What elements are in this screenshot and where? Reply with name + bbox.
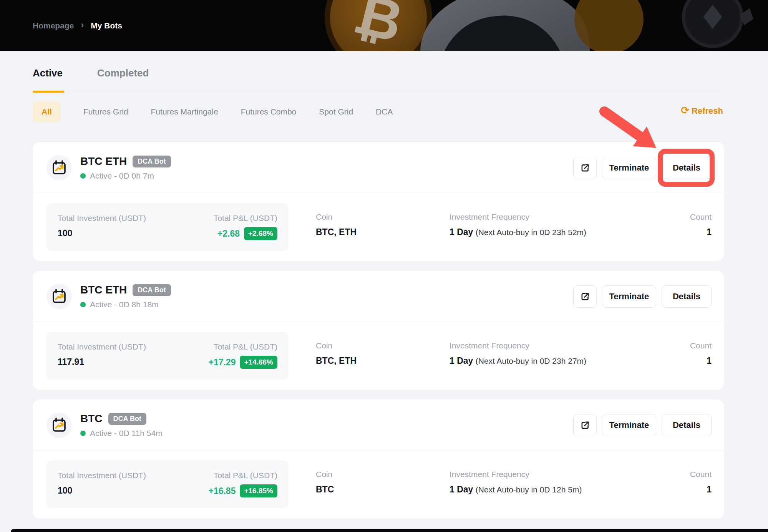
bot-type-badge: DCA Bot (133, 284, 171, 296)
breadcrumb-my-bots: My Bots (91, 21, 122, 30)
active-status-dot (80, 431, 86, 436)
investment-value: 100 (58, 486, 146, 496)
filter-all[interactable]: All (33, 101, 61, 122)
terminate-button[interactable]: Terminate (602, 414, 656, 436)
active-status-dot (80, 173, 86, 179)
count-label: Count (690, 212, 712, 222)
bot-identity: BTC ETH DCA Bot Active - 0D 0h 7m (46, 155, 171, 181)
investment-value: 100 (58, 228, 146, 239)
details-button[interactable]: Details (662, 414, 712, 436)
pnl-value: +17.29 (208, 357, 236, 368)
bitcoin-coin-illustration: ₿ (325, 0, 432, 51)
breadcrumb: Homepage › My Bots (33, 0, 122, 51)
filter-dca[interactable]: DCA (376, 107, 393, 116)
frequency-value: 1 Day (450, 227, 473, 237)
coin-value: BTC (316, 484, 334, 495)
bot-name: BTC ETH (80, 284, 127, 296)
bot-card-body: Total Investment (USDT) 117.91 Total P&L… (33, 322, 724, 390)
bot-card: BTC ETH DCA Bot Active - 0D 0h 7m Termin… (33, 142, 724, 261)
bot-name: BTC (80, 413, 103, 425)
calendar-trend-icon (51, 417, 68, 434)
filter-futures-martingale[interactable]: Futures Martingale (151, 107, 218, 116)
open-external-button[interactable] (573, 414, 597, 436)
frequency-value: 1 Day (450, 356, 473, 366)
filter-futures-combo[interactable]: Futures Combo (241, 107, 297, 116)
refresh-label: Refresh (692, 106, 723, 116)
chevron-right-icon: › (81, 20, 84, 30)
filter-futures-grid[interactable]: Futures Grid (83, 107, 128, 116)
count-value: 1 (690, 356, 712, 366)
bot-card-header: BTC DCA Bot Active - 0D 11h 54m Terminat… (33, 399, 724, 451)
open-external-button[interactable] (573, 157, 597, 179)
tab-active[interactable]: Active (33, 67, 63, 92)
details-button[interactable]: Details (662, 285, 712, 308)
investment-value: 117.91 (58, 357, 146, 367)
tab-bar: Active Completed (33, 67, 724, 92)
dca-bot-avatar (46, 284, 72, 309)
count-value: 1 (690, 227, 712, 237)
bot-type-badge: DCA Bot (108, 413, 146, 425)
coin-value: BTC, ETH (316, 227, 357, 237)
count-label: Count (690, 341, 712, 350)
bot-actions: Terminate Details (573, 157, 712, 179)
investment-label: Total Investment (USDT) (58, 342, 146, 351)
pnl-label: Total P&L (USDT) (214, 214, 277, 223)
frequency-label: Investment Frequency (450, 212, 586, 222)
robot-illustration (415, 0, 596, 51)
bot-name: BTC ETH (80, 155, 127, 167)
coin-label: Coin (316, 341, 357, 350)
investment-pnl-panel: Total Investment (USDT) 100 Total P&L (U… (46, 203, 289, 251)
terminate-button[interactable]: Terminate (602, 157, 656, 179)
external-link-icon (580, 292, 590, 302)
frequency-note: (Next Auto-buy in 0D 23h 27m) (476, 356, 586, 365)
open-external-button[interactable] (573, 285, 597, 308)
top-banner: ₿ ♦ ♦ Homepage › My Bots (0, 0, 768, 51)
frequency-label: Investment Frequency (450, 470, 582, 479)
pnl-value: +16.85 (208, 486, 236, 496)
frequency-note: (Next Auto-buy in 0D 23h 52m) (476, 228, 586, 237)
investment-label: Total Investment (USDT) (58, 214, 146, 223)
dca-bot-avatar (46, 155, 72, 181)
details-button[interactable]: Details (662, 157, 712, 179)
bot-card: BTC DCA Bot Active - 0D 11h 54m Terminat… (33, 399, 724, 519)
count-value: 1 (690, 484, 712, 495)
tab-completed[interactable]: Completed (97, 67, 149, 92)
coin-illustration (574, 0, 644, 51)
frequency-value: 1 Day (450, 484, 473, 494)
bot-type-badge: DCA Bot (133, 156, 171, 167)
bot-card-header: BTC ETH DCA Bot Active - 0D 8h 18m Termi… (33, 271, 724, 322)
breadcrumb-homepage[interactable]: Homepage (33, 21, 74, 30)
bot-card: BTC ETH DCA Bot Active - 0D 8h 18m Termi… (33, 271, 724, 390)
bot-identity: BTC ETH DCA Bot Active - 0D 8h 18m (46, 284, 171, 309)
external-link-icon (580, 420, 590, 430)
terminate-button[interactable]: Terminate (602, 285, 656, 308)
ethereum-icon: ♦ (698, 0, 727, 36)
bot-card-body: Total Investment (USDT) 100 Total P&L (U… (33, 193, 724, 261)
external-link-icon (580, 163, 590, 173)
dca-bot-avatar (46, 413, 72, 438)
investment-label: Total Investment (USDT) (58, 471, 146, 480)
filter-spot-grid[interactable]: Spot Grid (319, 107, 353, 116)
coin-value: BTC, ETH (316, 356, 357, 366)
bot-status: Active - 0D 11h 54m (90, 429, 163, 438)
bot-card-body: Total Investment (USDT) 100 Total P&L (U… (33, 451, 724, 519)
calendar-trend-icon (51, 159, 68, 176)
active-status-dot (80, 302, 86, 307)
bot-actions: Terminate Details (573, 285, 712, 308)
pnl-percent-badge: +14.66% (240, 356, 277, 369)
refresh-icon: ⟳ (681, 104, 689, 116)
bot-status: Active - 0D 8h 18m (90, 300, 159, 309)
investment-pnl-panel: Total Investment (USDT) 117.91 Total P&L… (46, 332, 289, 380)
frequency-note: (Next Auto-buy in 0D 12h 5m) (476, 485, 582, 494)
pnl-value: +2.68 (217, 229, 240, 239)
bot-identity: BTC DCA Bot Active - 0D 11h 54m (46, 413, 163, 438)
bot-actions: Terminate Details (573, 414, 712, 436)
pnl-percent-badge: +16.85% (240, 484, 277, 497)
pnl-label: Total P&L (USDT) (208, 471, 277, 480)
coin-label: Coin (316, 212, 357, 222)
refresh-button[interactable]: ⟳ Refresh (681, 105, 723, 117)
investment-pnl-panel: Total Investment (USDT) 100 Total P&L (U… (46, 461, 289, 508)
bitcoin-icon: ₿ (348, 0, 409, 51)
robot-face (433, 10, 572, 51)
bot-status: Active - 0D 0h 7m (90, 171, 154, 181)
